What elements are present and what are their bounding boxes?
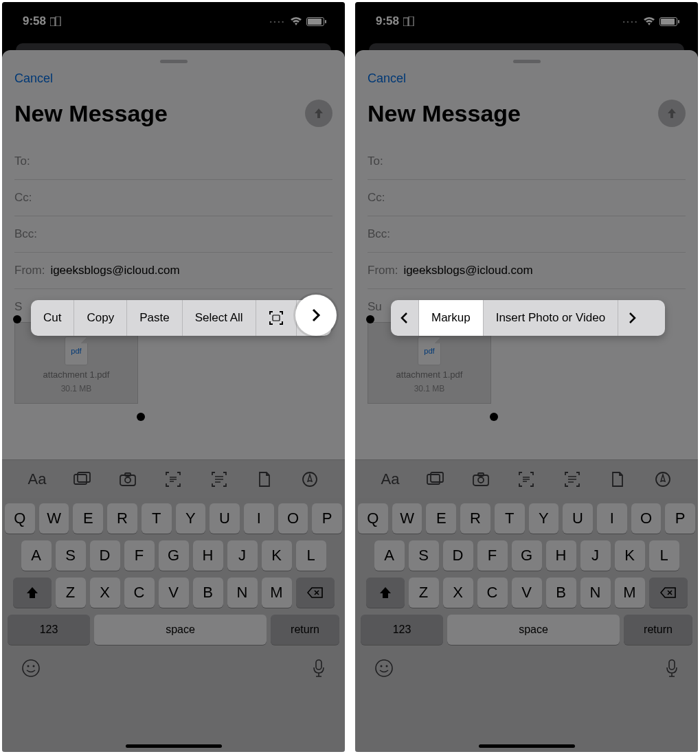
emoji-button[interactable] bbox=[374, 659, 394, 678]
key-k[interactable]: K bbox=[615, 540, 645, 571]
key-q[interactable]: Q bbox=[5, 503, 35, 534]
markup-icon[interactable] bbox=[653, 469, 673, 490]
menu-select-all[interactable]: Select All bbox=[183, 300, 256, 336]
document-icon[interactable] bbox=[607, 469, 628, 490]
key-p[interactable]: P bbox=[665, 503, 695, 534]
key-b[interactable]: B bbox=[546, 578, 576, 608]
home-indicator[interactable] bbox=[126, 744, 222, 748]
key-f[interactable]: F bbox=[124, 540, 155, 571]
menu-copy[interactable]: Copy bbox=[74, 300, 127, 336]
bcc-field[interactable]: Bcc: bbox=[14, 216, 332, 253]
key-c[interactable]: C bbox=[124, 578, 155, 608]
key-h[interactable]: H bbox=[193, 540, 223, 571]
key-backspace[interactable] bbox=[296, 578, 335, 608]
key-i[interactable]: I bbox=[597, 503, 627, 534]
key-o[interactable]: O bbox=[278, 503, 308, 534]
send-button[interactable] bbox=[305, 100, 332, 127]
key-shift[interactable] bbox=[13, 578, 52, 608]
from-field[interactable]: From:igeeksblogs@icloud.com bbox=[14, 253, 332, 289]
key-return[interactable]: return bbox=[624, 615, 692, 645]
key-v[interactable]: V bbox=[512, 578, 542, 608]
key-w[interactable]: W bbox=[39, 503, 69, 534]
scan-text-icon[interactable] bbox=[516, 469, 537, 490]
send-button[interactable] bbox=[658, 100, 686, 127]
photos-icon[interactable] bbox=[72, 469, 93, 490]
key-numeric[interactable]: 123 bbox=[8, 615, 90, 645]
cc-field[interactable]: Cc: bbox=[368, 180, 686, 216]
menu-insert-photo[interactable]: Insert Photo or Video bbox=[484, 300, 618, 336]
key-z[interactable]: Z bbox=[409, 578, 439, 608]
key-q[interactable]: Q bbox=[358, 503, 388, 534]
key-l[interactable]: L bbox=[649, 540, 679, 571]
key-b[interactable]: B bbox=[193, 578, 223, 608]
home-indicator[interactable] bbox=[479, 744, 575, 748]
text-format-button[interactable]: Aa bbox=[27, 469, 47, 490]
selection-handle-end[interactable] bbox=[490, 413, 498, 421]
menu-cut[interactable]: Cut bbox=[31, 300, 74, 336]
sheet-grabber[interactable] bbox=[160, 60, 188, 63]
key-return[interactable]: return bbox=[271, 615, 339, 645]
key-h[interactable]: H bbox=[546, 540, 576, 571]
scan-doc-icon[interactable] bbox=[209, 469, 229, 490]
key-t[interactable]: T bbox=[495, 503, 525, 534]
key-v[interactable]: V bbox=[159, 578, 189, 608]
scan-text-icon[interactable] bbox=[163, 469, 183, 490]
key-g[interactable]: G bbox=[512, 540, 542, 571]
key-z[interactable]: Z bbox=[56, 578, 86, 608]
markup-icon[interactable] bbox=[300, 469, 320, 490]
key-u[interactable]: U bbox=[210, 503, 240, 534]
key-j[interactable]: J bbox=[227, 540, 258, 571]
key-y[interactable]: Y bbox=[529, 503, 559, 534]
key-m[interactable]: M bbox=[615, 578, 645, 608]
key-x[interactable]: X bbox=[443, 578, 473, 608]
key-e[interactable]: E bbox=[73, 503, 103, 534]
key-f[interactable]: F bbox=[477, 540, 508, 571]
menu-scan-icon[interactable] bbox=[256, 300, 297, 336]
camera-icon[interactable] bbox=[117, 469, 138, 490]
key-i[interactable]: I bbox=[244, 503, 274, 534]
from-field[interactable]: From:igeeksblogs@icloud.com bbox=[368, 253, 686, 289]
key-n[interactable]: N bbox=[227, 578, 258, 608]
document-icon[interactable] bbox=[254, 469, 275, 490]
menu-next-icon[interactable] bbox=[618, 300, 646, 336]
key-l[interactable]: L bbox=[296, 540, 326, 571]
key-j[interactable]: J bbox=[580, 540, 611, 571]
key-n[interactable]: N bbox=[580, 578, 611, 608]
key-e[interactable]: E bbox=[426, 503, 456, 534]
to-field[interactable]: To: bbox=[368, 144, 686, 180]
selection-handle-end[interactable] bbox=[137, 413, 145, 421]
key-d[interactable]: D bbox=[443, 540, 473, 571]
mic-button[interactable] bbox=[312, 659, 326, 678]
cancel-button[interactable]: Cancel bbox=[14, 69, 332, 100]
key-y[interactable]: Y bbox=[176, 503, 206, 534]
key-s[interactable]: S bbox=[56, 540, 86, 571]
cancel-button[interactable]: Cancel bbox=[368, 69, 686, 100]
key-c[interactable]: C bbox=[477, 578, 508, 608]
key-numeric[interactable]: 123 bbox=[361, 615, 443, 645]
bcc-field[interactable]: Bcc: bbox=[368, 216, 686, 253]
key-t[interactable]: T bbox=[142, 503, 172, 534]
emoji-button[interactable] bbox=[21, 659, 41, 678]
text-format-button[interactable]: Aa bbox=[380, 469, 400, 490]
key-r[interactable]: R bbox=[107, 503, 137, 534]
menu-paste[interactable]: Paste bbox=[127, 300, 182, 336]
key-w[interactable]: W bbox=[392, 503, 422, 534]
scan-doc-icon[interactable] bbox=[562, 469, 583, 490]
key-x[interactable]: X bbox=[90, 578, 120, 608]
cc-field[interactable]: Cc: bbox=[14, 180, 332, 216]
key-o[interactable]: O bbox=[631, 503, 662, 534]
camera-icon[interactable] bbox=[471, 469, 491, 490]
key-u[interactable]: U bbox=[563, 503, 593, 534]
menu-markup[interactable]: Markup bbox=[419, 300, 484, 336]
key-g[interactable]: G bbox=[159, 540, 189, 571]
selection-handle-start[interactable] bbox=[366, 315, 374, 323]
key-m[interactable]: M bbox=[262, 578, 292, 608]
key-space[interactable]: space bbox=[447, 615, 620, 645]
key-p[interactable]: P bbox=[312, 503, 342, 534]
key-r[interactable]: R bbox=[460, 503, 490, 534]
sheet-grabber[interactable] bbox=[513, 60, 541, 63]
to-field[interactable]: To: bbox=[14, 144, 332, 180]
key-shift[interactable] bbox=[366, 578, 405, 608]
key-a[interactable]: A bbox=[374, 540, 405, 571]
photos-icon[interactable] bbox=[425, 469, 446, 490]
